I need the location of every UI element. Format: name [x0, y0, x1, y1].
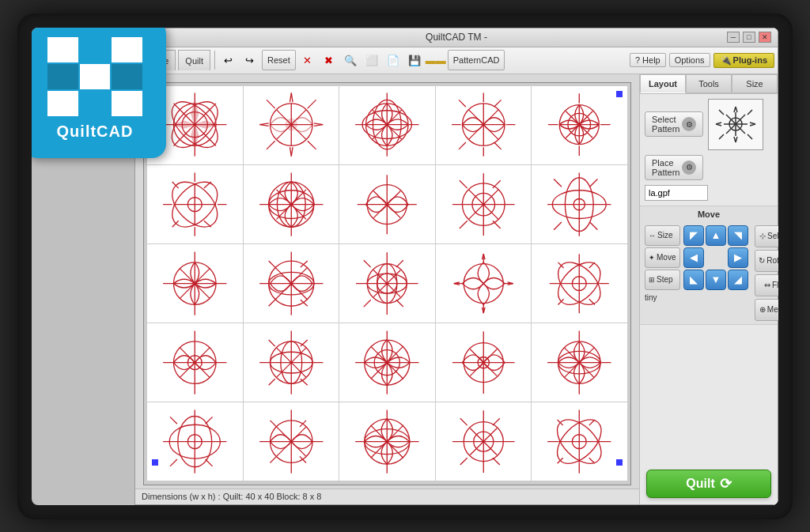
quilt-cell-11 — [147, 244, 243, 323]
quilt-grid — [144, 83, 630, 485]
arrow-down[interactable]: ▼ — [706, 270, 726, 290]
move-icon: ✦ — [649, 254, 655, 262]
redo-icon[interactable]: ↪ — [240, 51, 259, 70]
rotate-button[interactable]: ↻ Rotate — [755, 250, 778, 272]
status-bar: Dimensions (w x h) : Quilt: 40 x 40 Bloc… — [135, 489, 639, 504]
step-button[interactable]: ⊞ Step — [645, 270, 680, 290]
logo-cell-2 — [80, 37, 111, 62]
zoom-icon[interactable]: 🔍 — [341, 51, 360, 70]
logo-overlay: QuiltCAD — [32, 28, 166, 158]
pattern-preview — [708, 99, 763, 150]
select-action-button[interactable]: ⊹ Select — [755, 225, 778, 247]
arrow-down-left[interactable]: ◣ — [683, 270, 704, 290]
quilt-tab[interactable]: Quilt — [178, 50, 210, 70]
quilt-cell-13 — [339, 244, 435, 323]
select-icon: ⊹ — [759, 232, 766, 240]
quilt-cell-9 — [436, 165, 532, 243]
tab-layout[interactable]: Layout — [640, 74, 686, 93]
move-label: Move — [657, 253, 676, 262]
handle-bottom-left[interactable] — [151, 458, 159, 466]
toolbar-right: ? Help Options 🔌 Plug-ins — [630, 53, 774, 68]
arrow-up-left[interactable]: ◤ — [683, 225, 704, 246]
place-pattern-button[interactable]: PlacePattern ⚙ — [645, 155, 703, 180]
maximize-button[interactable]: □ — [743, 32, 755, 43]
quilt-cell-12 — [244, 244, 339, 323]
flip-button[interactable]: ⇔ Flip — [755, 274, 778, 296]
arrow-up-right[interactable]: ◥ — [728, 225, 748, 246]
options-button[interactable]: Options — [669, 53, 710, 67]
arrow-right[interactable]: ▶ — [728, 247, 748, 268]
undo-icon[interactable]: ↩ — [219, 51, 238, 70]
handle-bottom-right[interactable] — [615, 458, 623, 466]
panel-section-select: SelectPattern ⚙ — [640, 94, 778, 206]
left-buttons: ↔ Size ✦ Move ⊞ Step — [645, 225, 680, 302]
quilt-button[interactable]: Quilt ⟳ — [646, 470, 771, 498]
quilt-cell-23 — [339, 402, 435, 481]
quilt-cell-21 — [147, 402, 243, 481]
move-section: Move ↔ Size ✦ Move — [640, 206, 778, 325]
quilt-cell-17 — [244, 323, 339, 402]
toolbar: Home Quilt ↩ ↪ Reset ✕ ✖ 🔍 ⬜ 📄 💾 ▬▬ Patt… — [135, 47, 778, 74]
quilt-cell-16 — [147, 323, 243, 402]
select-pattern-row: SelectPattern ⚙ — [645, 99, 773, 150]
app-window: QuiltCAD TM - ─ □ ✕ Home Quilt ↩ ↪ Reset… — [134, 28, 778, 505]
size-button[interactable]: ↔ Size — [645, 225, 680, 246]
logo-cell-9 — [112, 91, 142, 116]
logo-cell-8 — [80, 91, 111, 116]
quilt-label: Quilt — [686, 477, 714, 491]
arrow-up[interactable]: ▲ — [706, 225, 726, 246]
screen-area: QuiltCAD QuiltCAD TM - ─ □ ✕ Home Quilt … — [32, 28, 778, 505]
plugins-button[interactable]: 🔌 Plug-ins — [713, 53, 774, 68]
toolbar-separator-1 — [214, 51, 215, 70]
quilt-cell-5 — [532, 86, 627, 164]
quilt-cell-4 — [436, 86, 532, 164]
cancel-icon[interactable]: ✖ — [320, 51, 339, 70]
plugins-label: Plug-ins — [733, 55, 767, 65]
move-button[interactable]: ✦ Move — [645, 247, 680, 268]
arrow-left[interactable]: ◀ — [683, 247, 704, 268]
plug-icon: 🔌 — [721, 55, 732, 66]
delete-icon[interactable]: ✕ — [298, 51, 317, 70]
quilt-cell-3 — [339, 86, 435, 164]
app-title: QuiltCAD TM - — [426, 32, 487, 43]
help-button[interactable]: ? Help — [630, 53, 666, 67]
logo-cell-5 — [80, 64, 111, 89]
tab-size[interactable]: Size — [732, 74, 778, 93]
quilt-cell-6 — [147, 165, 243, 243]
handle-top-right[interactable] — [615, 90, 623, 98]
page-icon[interactable]: 📄 — [384, 51, 403, 70]
merge-button[interactable]: ⊕ Merge — [755, 299, 778, 321]
ruler-icon[interactable]: ▬▬ — [426, 51, 445, 70]
quilt-cell-8 — [339, 165, 435, 243]
quilt-canvas — [143, 82, 631, 485]
file-input[interactable] — [645, 185, 708, 201]
main-content: Dimensions (w x h) : Quilt: 40 x 40 Bloc… — [135, 74, 778, 504]
place-pattern-label: PlacePattern — [652, 158, 679, 177]
status-text: Dimensions (w x h) : Quilt: 40 x 40 Bloc… — [142, 492, 321, 501]
size-icon: ↔ — [649, 232, 656, 240]
select-action-label: Select — [767, 232, 778, 240]
rotate-icon: ↻ — [759, 256, 765, 265]
minimize-button[interactable]: ─ — [727, 32, 740, 43]
copy-icon[interactable]: ⬜ — [362, 51, 381, 70]
merge-label: Merge — [767, 305, 778, 314]
tab-tools[interactable]: Tools — [686, 74, 732, 93]
device-frame: QuiltCAD QuiltCAD TM - ─ □ ✕ Home Quilt … — [17, 13, 793, 519]
close-button[interactable]: ✕ — [759, 32, 771, 43]
move-title: Move — [645, 209, 773, 219]
save-icon[interactable]: 💾 — [405, 51, 424, 70]
arrow-center — [706, 247, 726, 268]
right-action-buttons: ⊹ Select ↻ Rotate ⇔ Flip — [755, 225, 778, 321]
select-pattern-label: SelectPattern — [652, 115, 679, 134]
canvas-area: Dimensions (w x h) : Quilt: 40 x 40 Bloc… — [135, 74, 639, 504]
arrow-pad: ◤ ▲ ◥ ◀ ▶ ◣ ▼ ◢ — [683, 225, 748, 290]
step-icon: ⊞ — [649, 276, 655, 284]
logo-text: QuiltCAD — [57, 123, 134, 141]
select-pattern-button[interactable]: SelectPattern ⚙ — [645, 111, 703, 137]
logo-checkerboard — [47, 37, 142, 116]
rotate-label: Rotate — [766, 256, 778, 265]
patterncad-button[interactable]: PatternCAD — [448, 50, 505, 70]
quilt-icon: ⟳ — [720, 475, 732, 492]
reset-button[interactable]: Reset — [262, 50, 296, 70]
arrow-down-right[interactable]: ◢ — [728, 270, 748, 290]
